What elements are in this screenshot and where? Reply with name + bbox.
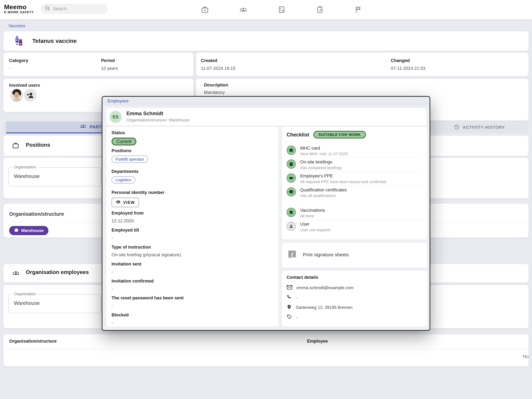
add-user-button[interactable] — [24, 89, 37, 103]
organisation-select-label: Organisation — [12, 165, 38, 169]
created-label: Created — [201, 58, 217, 63]
field-instruction-type: Type of instruction On-site briefing (ph… — [112, 245, 275, 257]
pid-label: Personal identity number — [112, 190, 275, 195]
checklist-item-title: Qualification certificates — [300, 187, 347, 192]
signature-icon — [288, 250, 297, 261]
category-value: - — [9, 66, 11, 71]
checklist-item-vaccinations: VaccinationsAll done — [287, 206, 423, 220]
participants-icon — [79, 123, 87, 131]
brand-name: Meemo — [4, 3, 34, 11]
view-pid-button[interactable]: VIEW — [112, 198, 139, 207]
description-value: Mandatory — [204, 90, 225, 95]
organisation-select[interactable]: Organisation Warehouse — [8, 167, 101, 186]
briefcase-white-icon — [14, 228, 19, 234]
organisation-select-2[interactable]: Organisation Warehouse — [8, 294, 101, 313]
org-structure-chip[interactable]: Warehouse — [9, 226, 49, 235]
category-period-card: Category - Period 10 years — [3, 52, 194, 76]
positions-label: Positions — [112, 148, 275, 153]
instruction-label: Type of instruction — [112, 245, 275, 250]
table-col-employee: Employee — [307, 339, 328, 344]
period-label: Period — [101, 58, 115, 63]
groups-icon[interactable] — [239, 5, 248, 14]
status-label: Status — [112, 130, 275, 135]
table-col-org-structure: Organisation/structure — [9, 339, 57, 344]
employee-avatar: ES — [109, 111, 122, 123]
positions-title: Positions — [26, 142, 50, 148]
print-signature-card[interactable]: Print signature sheets — [282, 242, 427, 268]
contact-row-phone: - — [287, 293, 423, 303]
tasks-icon[interactable] — [277, 5, 286, 14]
employed-till-label: Employed till — [112, 228, 275, 233]
contact-row-tag: - — [287, 312, 423, 322]
table-empty-text: No — [523, 354, 529, 359]
field-reset-password: The reset password has been sent - — [112, 295, 275, 308]
checklist-item-title: Vaccinations — [300, 208, 325, 213]
email-icon — [287, 285, 292, 291]
modal-header-bar: Employees — [102, 97, 430, 106]
clipboard-edit-icon[interactable] — [315, 5, 325, 14]
created-value: 11-07-2024 19:15 — [201, 66, 235, 71]
checklist-item-sub: Has all qualifications — [300, 193, 347, 198]
field-employed-from: Employed from 12-11-2020 — [112, 210, 275, 223]
view-pid-label: VIEW — [123, 200, 135, 205]
tag-icon — [287, 314, 292, 321]
eye-icon — [116, 199, 121, 205]
department-chip[interactable]: Logistics — [112, 176, 135, 184]
employee-name: Emma Schmidt — [127, 111, 163, 116]
breadcrumb[interactable]: Vaccines — [8, 23, 25, 28]
category-label: Category — [9, 58, 28, 63]
employed-from-value: 12-11-2020 — [112, 218, 275, 223]
brand: Meemo E-WORK SAFETY — [4, 3, 34, 14]
print-signature-label: Print signature sheets — [303, 252, 349, 258]
field-departments: Departments Logistics — [112, 169, 275, 184]
checklist-item-sub: All required PPE have been issued and co… — [300, 180, 386, 184]
field-invitation-confirmed: Invitation confirmed - — [112, 279, 275, 291]
briefing-icon: ? — [287, 159, 296, 169]
status-chip: Current — [112, 138, 136, 145]
user-avatar[interactable] — [10, 89, 23, 103]
checklist-item-qualifications: Qualification certificatesHas all qualif… — [287, 186, 423, 200]
invitation-confirmed-label: Invitation confirmed — [112, 279, 275, 284]
suitable-for-work-badge: SUITABLE FOR WORK — [313, 131, 366, 139]
field-employed-till: Employed till - — [112, 228, 275, 240]
contact-tag-value: - — [296, 315, 298, 320]
field-invitation-sent: Invitation sent - — [112, 261, 275, 274]
tab-activity-history-label: ACTIVITY HISTORY — [463, 125, 505, 130]
org-employees-title: Organisation employees — [26, 269, 89, 275]
reset-password-label: The reset password has been sent — [112, 295, 275, 300]
checklist-item-sub: Next MHC visit: 11-07-2025 — [300, 152, 348, 156]
checklist-item-title: User — [300, 222, 330, 227]
checklist-item-title: MHC card — [300, 146, 348, 151]
contact-address-value: Gartenweg 12, 28195 Bremen — [296, 305, 353, 310]
field-status: Status Current — [112, 130, 275, 145]
employed-till-value: - — [112, 235, 275, 240]
reset-password-value: - — [112, 303, 275, 308]
search-box[interactable] — [41, 4, 108, 14]
search-icon — [45, 6, 50, 12]
checklist-item-title: On-site briefings — [300, 159, 342, 165]
vaccine-icon — [13, 36, 25, 48]
tab-activity-history[interactable]: ACTIVITY HISTORY — [430, 121, 529, 133]
briefcase-icon[interactable] — [200, 5, 210, 14]
groups-dark-icon — [12, 269, 20, 279]
certificate-icon — [287, 187, 296, 196]
phone-icon — [287, 294, 292, 301]
checklist-item-mhc-card: MHC cardNext MHC visit: 11-07-2025 — [287, 144, 423, 158]
checklist-card: Checklist SUITABLE FOR WORK MHC cardNext… — [282, 126, 427, 240]
field-pid: Personal identity number VIEW — [112, 190, 275, 207]
departments-label: Departments — [112, 169, 275, 174]
position-chip[interactable]: Forklift operator — [112, 156, 148, 163]
contact-details-title: Contact details — [287, 275, 423, 280]
checklist-item-user: UserUser not required — [287, 220, 423, 234]
search-input[interactable] — [53, 6, 101, 11]
organisation-select-value: Warehouse — [14, 173, 40, 179]
modal-breadcrumb[interactable]: Employees — [108, 99, 129, 103]
contact-email-value[interactable]: emma.schmidt@example.com — [297, 285, 354, 290]
period-value: 10 years — [101, 66, 118, 71]
employee-header-card: ES Emma Schmidt Organisation/structure: … — [106, 108, 427, 126]
flag-icon[interactable] — [354, 5, 363, 14]
contact-row-address: Gartenweg 12, 28195 Bremen — [287, 303, 423, 312]
checklist-item-ppe: Employee’s PPEAll required PPE have been… — [287, 172, 423, 186]
changed-label: Changed — [391, 58, 410, 63]
involved-users-label: Involved users — [9, 83, 40, 88]
